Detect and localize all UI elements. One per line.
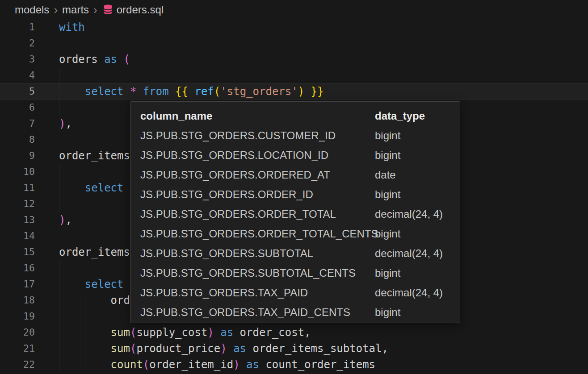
popup-cell-data-type: decimal(24, 4) bbox=[375, 287, 443, 299]
line-code: with bbox=[59, 19, 588, 35]
popup-cell-data-type: bigint bbox=[375, 306, 400, 319]
popup-cell-data-type: bigint bbox=[375, 188, 400, 201]
indent-guide bbox=[59, 292, 59, 308]
popup-rows: JS.PUB.STG_ORDERS.CUSTOMER_IDbigintJS.PU… bbox=[130, 126, 460, 322]
line-number[interactable]: 16 bbox=[0, 260, 35, 276]
indent-guide bbox=[85, 341, 85, 357]
breadcrumb-item-marts[interactable]: marts bbox=[62, 4, 89, 16]
popup-column-row: JS.PUB.STG_ORDERS.CUSTOMER_IDbigint bbox=[130, 126, 460, 145]
indent-guide bbox=[59, 196, 59, 212]
popup-cell-data-type: decimal(24, 4) bbox=[375, 247, 443, 260]
popup-cell-column-name: JS.PUB.STG_ORDERS.SUBTOTAL_CENTS bbox=[140, 267, 356, 279]
popup-cell-data-type: date bbox=[375, 169, 396, 181]
line-number[interactable]: 4 bbox=[0, 67, 35, 83]
popup-column-row: JS.PUB.STG_ORDERS.TAX_PAID_CENTSbigint bbox=[130, 303, 460, 322]
line-number[interactable]: 21 bbox=[0, 341, 35, 357]
line-code: select * from {{ ref('stg_orders') }} bbox=[59, 83, 588, 100]
popup-cell-column-name: JS.PUB.STG_ORDERS.ORDER_TOTAL_CENTS bbox=[140, 228, 378, 240]
popup-cell-data-type: bigint bbox=[375, 129, 400, 142]
line-number[interactable]: 22 bbox=[0, 357, 35, 373]
popup-column-row: JS.PUB.STG_ORDERS.ORDER_IDbigint bbox=[130, 185, 460, 204]
line-number[interactable]: 17 bbox=[0, 276, 35, 292]
column-info-popup[interactable]: column_name data_type JS.PUB.STG_ORDERS.… bbox=[130, 101, 460, 323]
indent-guide bbox=[59, 83, 59, 100]
popup-cell-column-name: JS.PUB.STG_ORDERS.ORDER_TOTAL bbox=[140, 208, 336, 220]
popup-column-row: JS.PUB.STG_ORDERS.ORDERED_ATdate bbox=[130, 165, 460, 185]
indent-guide bbox=[59, 341, 59, 357]
indent-guide bbox=[59, 276, 59, 292]
line-code bbox=[59, 67, 588, 83]
line-code: sum(product_price) as order_items_subtot… bbox=[59, 341, 588, 357]
code-line-5[interactable]: 5 select * from {{ ref('stg_orders') }} bbox=[0, 83, 588, 100]
breadcrumb-item-file[interactable]: orders.sql bbox=[117, 4, 164, 16]
indent-guide bbox=[59, 357, 59, 373]
popup-cell-data-type: bigint bbox=[375, 149, 400, 162]
line-number[interactable]: 1 bbox=[0, 19, 35, 35]
popup-header-column-name: column_name bbox=[140, 110, 212, 122]
popup-header-data-type: data_type bbox=[375, 110, 425, 122]
indent-guide bbox=[59, 260, 59, 276]
popup-cell-column-name: JS.PUB.STG_ORDERS.CUSTOMER_ID bbox=[140, 129, 336, 142]
line-code: count(order_item_id) as count_order_item… bbox=[59, 357, 588, 373]
line-number[interactable]: 12 bbox=[0, 196, 35, 212]
indent-guide bbox=[59, 164, 59, 180]
line-code: sum(supply_cost) as order_cost, bbox=[59, 324, 588, 341]
code-line-22[interactable]: 22 count(order_item_id) as count_order_i… bbox=[0, 357, 588, 373]
popup-column-row: JS.PUB.STG_ORDERS.TAX_PAIDdecimal(24, 4) bbox=[130, 283, 460, 303]
indent-guide bbox=[85, 357, 85, 373]
line-number[interactable]: 19 bbox=[0, 308, 35, 324]
popup-header-row: column_name data_type bbox=[130, 106, 460, 126]
line-number[interactable]: 3 bbox=[0, 51, 35, 67]
line-number[interactable]: 13 bbox=[0, 212, 35, 228]
popup-column-row: JS.PUB.STG_ORDERS.LOCATION_IDbigint bbox=[130, 145, 460, 165]
popup-cell-column-name: JS.PUB.STG_ORDERS.ORDER_ID bbox=[140, 188, 313, 201]
code-line-3[interactable]: 3orders as ( bbox=[0, 51, 588, 67]
popup-cell-column-name: JS.PUB.STG_ORDERS.ORDERED_AT bbox=[140, 169, 330, 181]
line-code: orders as ( bbox=[59, 51, 588, 67]
line-number[interactable]: 15 bbox=[0, 244, 35, 260]
code-line-20[interactable]: 20 sum(supply_cost) as order_cost, bbox=[0, 324, 588, 341]
line-number[interactable]: 10 bbox=[0, 164, 35, 180]
breadcrumb-separator: › bbox=[54, 4, 58, 16]
indent-guide bbox=[85, 324, 85, 341]
indent-guide bbox=[85, 292, 85, 308]
line-code bbox=[59, 35, 588, 51]
indent-guide bbox=[85, 308, 85, 324]
code-line-4[interactable]: 4 bbox=[0, 67, 588, 83]
line-number[interactable]: 8 bbox=[0, 132, 35, 148]
popup-cell-column-name: JS.PUB.STG_ORDERS.SUBTOTAL bbox=[140, 247, 313, 260]
line-number[interactable]: 20 bbox=[0, 324, 35, 341]
line-number[interactable]: 18 bbox=[0, 292, 35, 308]
line-number[interactable]: 7 bbox=[0, 116, 35, 132]
line-number[interactable]: 2 bbox=[0, 35, 35, 51]
popup-column-row: JS.PUB.STG_ORDERS.SUBTOTALdecimal(24, 4) bbox=[130, 244, 460, 263]
popup-column-row: JS.PUB.STG_ORDERS.ORDER_TOTAL_CENTSbigin… bbox=[130, 224, 460, 244]
popup-cell-column-name: JS.PUB.STG_ORDERS.LOCATION_ID bbox=[140, 149, 328, 162]
indent-guide bbox=[59, 308, 59, 324]
popup-cell-column-name: JS.PUB.STG_ORDERS.TAX_PAID bbox=[140, 287, 308, 299]
line-number[interactable]: 9 bbox=[0, 148, 35, 164]
popup-column-row: JS.PUB.STG_ORDERS.ORDER_TOTALdecimal(24,… bbox=[130, 204, 460, 224]
code-line-21[interactable]: 21 sum(product_price) as order_items_sub… bbox=[0, 341, 588, 357]
indent-guide bbox=[59, 180, 59, 196]
breadcrumb-separator: › bbox=[93, 4, 97, 16]
indent-guide bbox=[59, 324, 59, 341]
popup-cell-column-name: JS.PUB.STG_ORDERS.TAX_PAID_CENTS bbox=[140, 306, 350, 319]
database-icon bbox=[103, 4, 113, 15]
line-number[interactable]: 5 bbox=[0, 83, 35, 100]
indent-guide bbox=[59, 67, 59, 83]
popup-cell-data-type: decimal(24, 4) bbox=[375, 208, 443, 220]
breadcrumb: models › marts › orders.sql bbox=[0, 0, 588, 19]
indent-guide bbox=[59, 100, 59, 116]
line-number[interactable]: 6 bbox=[0, 100, 35, 116]
line-number[interactable]: 14 bbox=[0, 228, 35, 244]
popup-cell-data-type: bigint bbox=[375, 267, 400, 279]
code-line-1[interactable]: 1with bbox=[0, 19, 588, 35]
line-number[interactable]: 11 bbox=[0, 180, 35, 196]
breadcrumb-item-models[interactable]: models bbox=[15, 4, 49, 16]
code-line-2[interactable]: 2 bbox=[0, 35, 588, 51]
popup-cell-data-type: bigint bbox=[375, 228, 400, 240]
popup-column-row: JS.PUB.STG_ORDERS.SUBTOTAL_CENTSbigint bbox=[130, 263, 460, 283]
